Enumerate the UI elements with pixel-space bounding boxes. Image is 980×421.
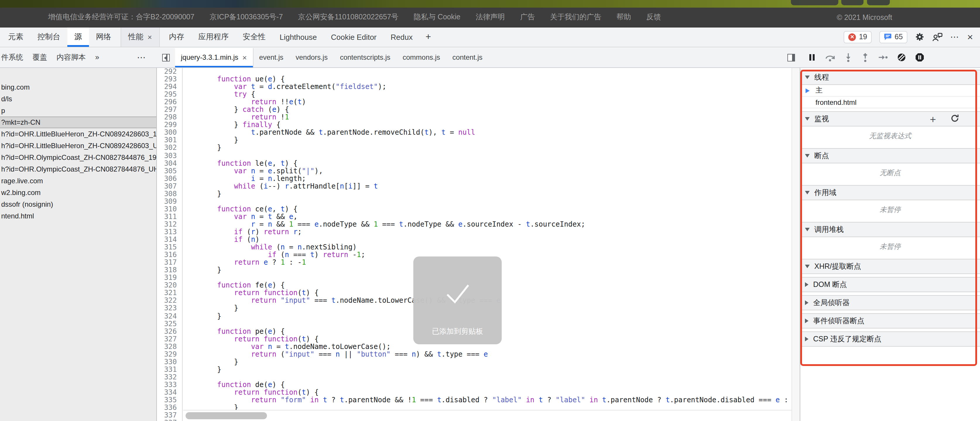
line-number[interactable]: 314 — [158, 236, 177, 244]
thread-item[interactable]: frontend.html — [800, 97, 980, 108]
close-tab-icon[interactable]: × — [148, 33, 152, 41]
editor-tab-jquery-3.3.1.min.js[interactable]: jquery-3.3.1.min.js× — [175, 48, 253, 67]
file-tree-item[interactable]: h?id=OHR.LittleBlueHeron_ZH-CN0892428603… — [0, 140, 156, 151]
main-tab-Lighthouse[interactable]: Lighthouse — [272, 27, 324, 47]
line-number[interactable]: 321 — [158, 290, 177, 297]
editor-tab-event.js[interactable]: event.js — [253, 48, 290, 67]
line-number[interactable]: 322 — [158, 297, 177, 305]
section-header-调用堆栈[interactable]: 调用堆栈 — [800, 222, 980, 237]
line-number[interactable]: 315 — [158, 244, 177, 251]
line-number[interactable]: 293 — [158, 75, 177, 83]
line-number[interactable]: 317 — [158, 259, 177, 266]
main-tab-Redux[interactable]: Redux — [384, 27, 420, 47]
editor-tab-content.js[interactable]: content.js — [447, 48, 489, 67]
line-number[interactable]: 299 — [158, 121, 177, 129]
line-number[interactable]: 311 — [158, 213, 177, 221]
section-header-XHR/提取断点[interactable]: XHR/提取断点 — [800, 259, 980, 274]
footer-link[interactable]: 广告 — [520, 12, 535, 22]
toggle-debugger-panel-icon[interactable] — [788, 54, 795, 61]
main-tab-安全性[interactable]: 安全性 — [235, 27, 272, 47]
navigator-tab-覆盖[interactable]: 覆盖 — [32, 53, 47, 62]
line-number[interactable]: 316 — [158, 251, 177, 259]
section-header-全局侦听器[interactable]: 全局侦听器 — [800, 295, 980, 310]
footer-link[interactable]: 京公网安备11010802022657号 — [298, 12, 398, 22]
footer-link[interactable]: 帮助 — [616, 12, 631, 22]
line-number[interactable]: 334 — [158, 389, 177, 396]
editor-tab-vendors.js[interactable]: vendors.js — [290, 48, 334, 67]
file-tree-item[interactable]: ntend.html — [0, 210, 156, 222]
line-number[interactable]: 333 — [158, 381, 177, 389]
line-number[interactable]: 329 — [158, 351, 177, 358]
horizontal-scrollbar[interactable] — [183, 410, 791, 421]
step-icon[interactable] — [878, 53, 888, 62]
main-tab-网络[interactable]: 网络 — [89, 27, 118, 47]
line-number[interactable]: 302 — [158, 144, 177, 152]
line-number[interactable]: 319 — [158, 274, 177, 282]
line-number[interactable]: 324 — [158, 313, 177, 320]
footer-link[interactable]: 京ICP备10036305号-7 — [210, 12, 283, 22]
line-number[interactable]: 304 — [158, 159, 177, 167]
file-tree-item[interactable]: dssofr (nosignin) — [0, 198, 156, 210]
line-number[interactable]: 307 — [158, 182, 177, 190]
line-number[interactable]: 331 — [158, 366, 177, 373]
line-number[interactable]: 303 — [158, 152, 177, 159]
line-number[interactable]: 327 — [158, 335, 177, 343]
line-number[interactable]: 325 — [158, 320, 177, 328]
error-badge[interactable]: ✕ 19 — [844, 31, 872, 43]
line-number[interactable]: 335 — [158, 396, 177, 404]
more-options-icon[interactable]: ⋯ — [950, 32, 959, 43]
main-tab-源[interactable]: 源 — [67, 27, 89, 47]
line-number[interactable]: 295 — [158, 91, 177, 98]
devtools-close-button[interactable]: × — [967, 32, 973, 42]
line-number[interactable]: 320 — [158, 282, 177, 290]
line-number[interactable]: 294 — [158, 83, 177, 91]
thread-item[interactable]: 主 — [800, 85, 980, 97]
line-number[interactable]: 336 — [158, 404, 177, 411]
main-tab-控制台[interactable]: 控制台 — [30, 27, 67, 47]
horizontal-scrollbar-thumb[interactable] — [186, 412, 267, 419]
file-tree-item[interactable]: rage.live.com — [0, 175, 156, 187]
line-number[interactable]: 308 — [158, 190, 177, 198]
file-tree-item[interactable]: p — [0, 105, 156, 116]
toggle-navigator-panel-icon[interactable] — [162, 54, 170, 61]
step-into-icon[interactable] — [844, 53, 853, 62]
section-header-线程[interactable]: 线程 — [800, 70, 980, 85]
section-header-断点[interactable]: 断点 — [800, 148, 980, 163]
step-over-icon[interactable] — [825, 53, 835, 62]
line-number[interactable]: 305 — [158, 167, 177, 175]
navigator-tab-件系统[interactable]: 件系统 — [1, 53, 23, 62]
section-header-监视[interactable]: 监视＋ — [800, 111, 980, 126]
settings-gear-icon[interactable] — [915, 32, 924, 42]
line-number[interactable]: 310 — [158, 206, 177, 213]
main-tab-Cookie Editor[interactable]: Cookie Editor — [324, 27, 383, 47]
line-number[interactable]: 337 — [158, 411, 177, 419]
main-tab-性能[interactable]: 性能× — [121, 27, 159, 47]
file-tree-item[interactable]: h?id=OHR.LittleBlueHeron_ZH-CN0892428603… — [0, 128, 156, 140]
line-number[interactable]: 337 — [158, 419, 177, 421]
line-number[interactable]: 323 — [158, 305, 177, 313]
add-panel-button[interactable]: + — [420, 27, 437, 47]
line-number[interactable]: 309 — [158, 198, 177, 206]
refresh-icon[interactable] — [951, 114, 959, 124]
section-header-CSP 违反了规定断点[interactable]: CSP 违反了规定断点 — [800, 332, 980, 347]
line-number[interactable]: 328 — [158, 343, 177, 351]
file-tree-item[interactable]: d/ls — [0, 93, 156, 105]
navigator-tab-内容脚本[interactable]: 内容脚本 — [56, 53, 86, 62]
main-tab-内存[interactable]: 内存 — [162, 27, 191, 47]
section-header-DOM 断点[interactable]: DOM 断点 — [800, 277, 980, 292]
footer-link[interactable]: 反馈 — [646, 12, 661, 22]
file-tree-item[interactable]: w2.bing.com — [0, 187, 156, 198]
editor-tab-contentscripts.js[interactable]: contentscripts.js — [334, 48, 397, 67]
feedback-person-chat-icon[interactable] — [932, 33, 943, 41]
file-tree-item[interactable]: h?id=OHR.OlympicCoast_ZH-CN0827844876_UH — [0, 163, 156, 175]
line-number[interactable]: 300 — [158, 129, 177, 137]
footer-link[interactable]: 增值电信业务经营许可证：合字B2-20090007 — [48, 12, 194, 22]
line-number[interactable]: 312 — [158, 221, 177, 228]
close-tab-icon[interactable]: × — [242, 53, 247, 62]
footer-link[interactable]: 隐私与 Cookie — [414, 12, 460, 22]
line-number[interactable]: 332 — [158, 373, 177, 381]
main-tab-应用程序[interactable]: 应用程序 — [191, 27, 235, 47]
navigator-more-icon[interactable]: ⋯ — [137, 48, 146, 67]
vertical-scrollbar[interactable] — [791, 68, 800, 421]
issues-badge[interactable]: 65 — [879, 31, 907, 43]
